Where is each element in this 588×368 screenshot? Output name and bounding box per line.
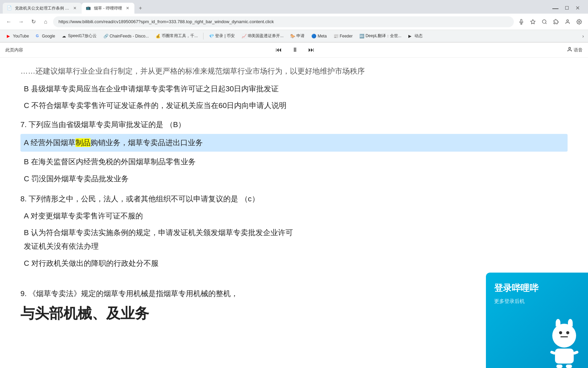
bookmark-apply[interactable]: 🐎 申请	[288, 32, 307, 40]
home-button[interactable]: ⌂	[41, 17, 50, 27]
spacer	[20, 273, 568, 287]
more-bookmarks-button[interactable]: ›	[582, 33, 584, 39]
minimize-button[interactable]: —	[550, 5, 561, 12]
browser-extension-icon[interactable]	[551, 17, 561, 27]
question6-c: C 不符合烟草专卖零售许可证发证条件的，发证机关应当在60日内向申请人说明	[20, 99, 568, 112]
close-button[interactable]: ✕	[573, 5, 583, 12]
bookmark-speed17[interactable]: ☁ Speed17放心云	[59, 32, 99, 40]
deepl-icon: 🔤	[359, 34, 364, 39]
prev-button[interactable]: ⏮	[273, 45, 284, 56]
tab-icon-bilibili: 📺	[86, 5, 91, 11]
pause-icon: ⏸	[292, 46, 298, 53]
svg-line-4	[545, 23, 546, 24]
question9: 9. 《烟草专卖法》规定的烟草专用机械是指烟草专用机械的整机，	[20, 287, 568, 301]
top-truncated-text: ……还建议烟草行业企业自行制定，并从更严格的标准来规范烟草行业市场行为，以更好地…	[20, 64, 568, 78]
bookmark-ib[interactable]: 📈 IB美国盈透证券开...	[239, 32, 286, 40]
q8c-text: C 对行政机关做出的降职的行政处分不服	[24, 259, 159, 267]
bookmarks-bar: ▶ YouTube G Google ☁ Speed17放心云 🔗 ChainF…	[0, 30, 588, 42]
maximize-button[interactable]: □	[562, 5, 571, 12]
pause-button[interactable]: ⏸	[290, 45, 300, 56]
bookmark-anpay[interactable]: 💎 登录 | 币安	[206, 32, 238, 40]
tab-bilibili[interactable]: 📺 烟草 - 哔哩哔哩 ✕	[82, 3, 134, 14]
reload-button[interactable]: ↻	[29, 17, 38, 27]
bottom-large-text: 与头部机械、及业务	[20, 304, 568, 323]
question7-a: A 经营外国烟草制品购销业务，烟草专卖品进出口业务	[20, 134, 568, 152]
q8b-text: B 认为符合烟草专卖法实施条例的规定，申请发证机关颁发烟草专卖批发企业许可	[24, 228, 293, 237]
question7-b: B 在海关监督区内经营免税的外国烟草制品零售业务	[20, 155, 568, 169]
tab-party-doc[interactable]: 📄 党政机关公文处理工作条例 中华... ✕	[3, 3, 82, 14]
q7c-text: C 罚没国外烟草专卖品批发业务	[24, 174, 129, 183]
profile-icon[interactable]	[563, 17, 572, 27]
bookmark-google-label: Google	[42, 34, 55, 39]
svg-point-6	[578, 21, 580, 22]
tab-title-bilibili: 烟草 - 哔哩哔哩	[94, 5, 122, 11]
tab-close-bilibili[interactable]: ✕	[125, 5, 130, 11]
bookmark-youtube-label: YouTube	[13, 34, 29, 39]
bookmark-ib-label: IB美国盈透证券开...	[248, 33, 283, 39]
lang-label: 语音	[574, 47, 583, 53]
window-controls: — □ ✕	[550, 5, 585, 12]
anpay-icon: 💎	[209, 34, 214, 39]
svg-marker-2	[530, 19, 535, 24]
bookmark-bibi-tools-label: 币圈常用工具，千...	[162, 33, 198, 39]
new-tab-icon: +	[139, 5, 142, 11]
tab-close-doc[interactable]: ✕	[72, 5, 78, 11]
feeder-icon: 📰	[333, 34, 338, 39]
bookmark-google[interactable]: G Google	[33, 32, 58, 40]
chainfeeds-icon: 🔗	[103, 34, 108, 39]
bookmark-speed17-label: Speed17放心云	[68, 33, 97, 39]
person-icon	[567, 47, 572, 53]
svg-point-7	[569, 47, 570, 49]
question6-b: B 县级烟草专卖局应当在企业申请烟草专卖零售许可证之日起30日内审批发证	[20, 82, 568, 96]
address-bar: ← → ↻ ⌂	[0, 14, 588, 30]
question8-b: B 认为符合烟草专卖法实施条例的规定，申请发证机关颁发烟草专卖批发企业许可 发证…	[20, 226, 568, 253]
page-nav-button[interactable]: 此页内容	[5, 47, 23, 53]
question8-a: A 对变更烟草专卖零售许可证不服的	[20, 209, 568, 223]
bookmark-apply-label: 申请	[296, 33, 305, 39]
bookmark-chainfeeds[interactable]: 🔗 ChainFeeds - Disco...	[101, 32, 151, 40]
q7b-text: B 在海关监督区内经营免税的外国烟草制品零售业务	[24, 157, 196, 166]
tab-bar: 📄 党政机关公文处理工作条例 中华... ✕ 📺 烟草 - 哔哩哔哩 ✕ + —…	[0, 0, 588, 14]
activity-icon: ▶	[408, 34, 413, 39]
q8a-text: A 对变更烟草专卖零售许可证不服的	[24, 212, 143, 220]
login-popup-subtitle: 更多登录后机	[494, 298, 525, 305]
bookmark-youtube[interactable]: ▶ YouTube	[4, 32, 32, 40]
next-icon: ⏭	[308, 46, 314, 53]
bookmark-separator	[203, 33, 203, 40]
read-aloud-icon[interactable]	[517, 17, 526, 27]
speed17-icon: ☁	[62, 34, 67, 39]
q6b-text: B 县级烟草专卖局应当在企业申请烟草专卖零售许可证之日起30日内审批发证	[24, 85, 279, 93]
meta-icon: 🔵	[311, 34, 316, 39]
svg-point-5	[567, 20, 568, 21]
bookmark-feeder-label: Feeder	[340, 34, 353, 39]
tab-icon-doc: 📄	[7, 5, 12, 11]
forward-button[interactable]: →	[16, 17, 26, 27]
bilibili-mascot	[547, 324, 581, 361]
login-popup[interactable]: 登录哔哩哔 更多登录后机	[486, 273, 588, 364]
q8b-text-line2: 发证机关没有依法办理	[24, 242, 99, 250]
q7-text: 7. 下列应当由省级烟草专卖局审批发证的是 （B）	[20, 120, 185, 129]
url-input[interactable]	[53, 16, 514, 27]
bookmark-meta[interactable]: 🔵 Meta	[309, 32, 329, 40]
bookmark-deepl[interactable]: 🔤 DeepL翻译：全世...	[357, 32, 404, 40]
bibi-tools-icon: 💰	[156, 34, 160, 39]
q8-text: 8. 下列情形之中，公民，法人，或者其他组织不可以申请复议的是 （c）	[20, 195, 259, 203]
bookmark-bibi-tools[interactable]: 💰 币圈常用工具，千...	[153, 32, 200, 40]
settings-icon[interactable]	[574, 17, 584, 27]
back-button[interactable]: ←	[4, 17, 14, 27]
address-bar-icons	[517, 17, 584, 27]
favorites-icon[interactable]	[528, 17, 538, 27]
q6c-text: C 不符合烟草专卖零售许可证发证条件的，发证机关应当在60日内向申请人说明	[24, 101, 287, 110]
new-tab-button[interactable]: +	[136, 3, 145, 13]
bookmark-activity[interactable]: ▶ 动态	[406, 32, 425, 40]
bookmark-feeder[interactable]: 📰 Feeder	[331, 32, 355, 40]
youtube-icon: ▶	[7, 34, 12, 39]
playback-controls: ⏮ ⏸ ⏭	[273, 45, 317, 56]
tab-title-doc: 党政机关公文处理工作条例 中华...	[15, 5, 69, 11]
ib-icon: 📈	[242, 34, 246, 39]
tab-search-icon[interactable]	[540, 17, 549, 27]
bookmark-anpay-label: 登录 | 币安	[215, 33, 235, 39]
next-button[interactable]: ⏭	[306, 45, 317, 56]
prev-icon: ⏮	[276, 46, 282, 53]
language-button[interactable]: 语音	[567, 47, 583, 53]
